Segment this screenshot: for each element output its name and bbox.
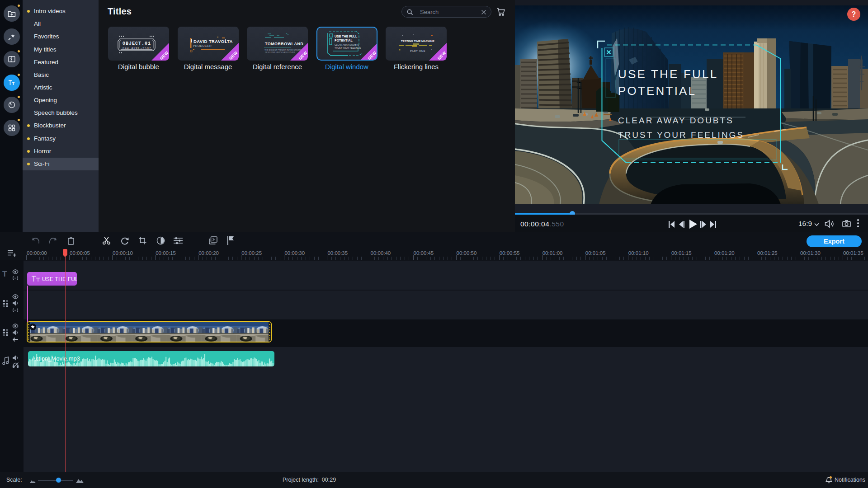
svg-text:OBJECT.01: OBJECT.01 <box>123 41 151 46</box>
svg-text:USE THE FULL: USE THE FULL <box>335 35 358 38</box>
svg-text:CLEAR AWAY DOUBTS: CLEAR AWAY DOUBTS <box>335 43 359 46</box>
svg-text:TRUST YOUR FEELINGS: TRUST YOUR FEELINGS <box>335 47 361 49</box>
svg-text:TESTING TIME MACHINE: TESTING TIME MACHINE <box>401 39 434 42</box>
svg-text:PRODUCER: PRODUCER <box>193 44 212 47</box>
svg-text:TRUST YOUR FEELINGS: TRUST YOUR FEELINGS <box>618 130 744 140</box>
svg-text:POTENTIAL: POTENTIAL <box>335 39 353 42</box>
svg-text:PART ONE: PART ONE <box>410 50 425 52</box>
svg-text:044.ARKL-2587: 044.ARKL-2587 <box>123 47 151 50</box>
svg-text:POTENTIAL: POTENTIAL <box>618 84 696 98</box>
svg-text:USE THE FULL: USE THE FULL <box>618 67 718 81</box>
svg-text:CLEAR AWAY DOUBTS: CLEAR AWAY DOUBTS <box>618 116 734 125</box>
